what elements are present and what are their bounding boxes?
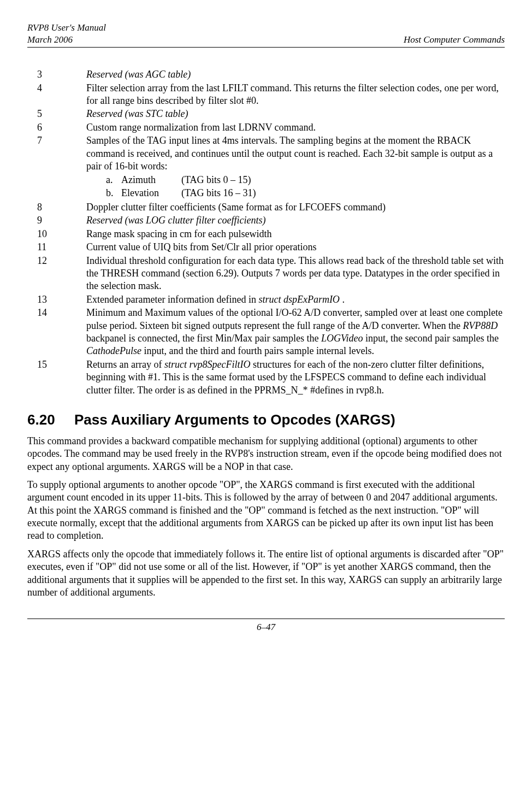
item-number: 14	[27, 307, 86, 358]
item-text: Reserved (was AGC table)	[86, 68, 505, 81]
sub-list: a.Azimuth(TAG bits 0 – 15)b.Elevation(TA…	[86, 174, 505, 199]
item-text: Reserved (was STC table)	[86, 108, 505, 120]
item-number: 4	[27, 82, 86, 108]
item-number: 8	[27, 201, 86, 214]
item-text: Filter selection array from the last LFI…	[86, 82, 505, 108]
item-body: Reserved (was STC table)	[86, 108, 505, 120]
list-item: 13Extended parameter information defined…	[27, 293, 505, 306]
item-text: Custom range normalization from last LDR…	[86, 121, 505, 134]
item-number: 11	[27, 241, 86, 254]
item-text: Extended parameter information defined i…	[86, 293, 505, 306]
item-text: Individual threshold configuration for e…	[86, 255, 505, 293]
item-number: 7	[27, 134, 86, 201]
sub-name: Azimuth	[121, 174, 181, 186]
item-text: Minimum and Maximum values of the option…	[86, 307, 505, 358]
page-footer: 6–47	[27, 619, 505, 633]
item-body: Extended parameter information defined i…	[86, 293, 505, 306]
list-item: 11Current value of UIQ bits from Set/Clr…	[27, 241, 505, 254]
sub-item: a.Azimuth(TAG bits 0 – 15)	[106, 174, 505, 186]
section-title: Pass Auxiliary Arguments to Opcodes (XAR…	[74, 411, 395, 428]
item-body: Doppler clutter filter coefficients (Sam…	[86, 201, 505, 214]
item-body: Filter selection array from the last LFI…	[86, 82, 505, 108]
item-number: 13	[27, 293, 86, 306]
manual-date: March 2006	[27, 34, 106, 46]
header-left: RVP8 User's Manual March 2006	[27, 22, 106, 46]
item-body: Minimum and Maximum values of the option…	[86, 307, 505, 358]
paragraph: XARGS affects only the opcode that immed…	[27, 548, 505, 599]
paragraph: This command provides a backward compati…	[27, 435, 505, 473]
sub-label: b.	[106, 187, 121, 199]
item-body: Current value of UIQ bits from Set/Clr a…	[86, 241, 505, 254]
page-header: RVP8 User's Manual March 2006 Host Compu…	[27, 22, 505, 48]
manual-title: RVP8 User's Manual	[27, 22, 106, 34]
item-text: Current value of UIQ bits from Set/Clr a…	[86, 241, 505, 254]
item-body: Samples of the TAG input lines at 4ms in…	[86, 134, 505, 201]
sub-item: b.Elevation(TAG bits 16 – 31)	[106, 187, 505, 199]
list-item: 5Reserved (was STC table)	[27, 108, 505, 120]
list-item: 14Minimum and Maximum values of the opti…	[27, 307, 505, 358]
sub-label: a.	[106, 174, 121, 186]
paragraph: To supply optional arguments to another …	[27, 479, 505, 543]
definition-list: 3Reserved (was AGC table)4Filter selecti…	[27, 68, 505, 397]
list-item: 12Individual threshold configuration for…	[27, 255, 505, 293]
list-item: 4Filter selection array from the last LF…	[27, 82, 505, 108]
item-number: 15	[27, 358, 86, 397]
item-body: Custom range normalization from last LDR…	[86, 121, 505, 134]
list-item: 10Range mask spacing in cm for each puls…	[27, 228, 505, 240]
item-body: Range mask spacing in cm for each pulsew…	[86, 228, 505, 240]
list-item: 7Samples of the TAG input lines at 4ms i…	[27, 134, 505, 201]
sub-tag: (TAG bits 16 – 31)	[181, 187, 256, 199]
item-number: 9	[27, 214, 86, 227]
item-text: Returns an array of struct rvp8SpecFiltI…	[86, 358, 505, 397]
item-body: Individual threshold configuration for e…	[86, 255, 505, 293]
header-right: Host Computer Commands	[404, 34, 505, 46]
item-number: 10	[27, 228, 86, 240]
section-number: 6.20	[27, 411, 74, 429]
sub-tag: (TAG bits 0 – 15)	[181, 174, 251, 186]
item-number: 5	[27, 108, 86, 120]
item-text: Reserved (was LOG clutter filter coeffic…	[86, 214, 505, 227]
sub-name: Elevation	[121, 187, 181, 199]
item-text: Range mask spacing in cm for each pulsew…	[86, 228, 505, 240]
item-body: Reserved (was LOG clutter filter coeffic…	[86, 214, 505, 227]
item-number: 3	[27, 68, 86, 81]
item-body: Reserved (was AGC table)	[86, 68, 505, 81]
item-number: 6	[27, 121, 86, 134]
list-item: 6Custom range normalization from last LD…	[27, 121, 505, 134]
list-item: 3Reserved (was AGC table)	[27, 68, 505, 81]
list-item: 15Returns an array of struct rvp8SpecFil…	[27, 358, 505, 397]
item-number: 12	[27, 255, 86, 293]
section-body: This command provides a backward compati…	[27, 435, 505, 599]
item-text: Samples of the TAG input lines at 4ms in…	[86, 134, 505, 173]
list-item: 8Doppler clutter filter coefficients (Sa…	[27, 201, 505, 214]
list-item: 9Reserved (was LOG clutter filter coeffi…	[27, 214, 505, 227]
item-text: Doppler clutter filter coefficients (Sam…	[86, 201, 505, 214]
item-body: Returns an array of struct rvp8SpecFiltI…	[86, 358, 505, 397]
section-heading: 6.20Pass Auxiliary Arguments to Opcodes …	[27, 411, 505, 429]
